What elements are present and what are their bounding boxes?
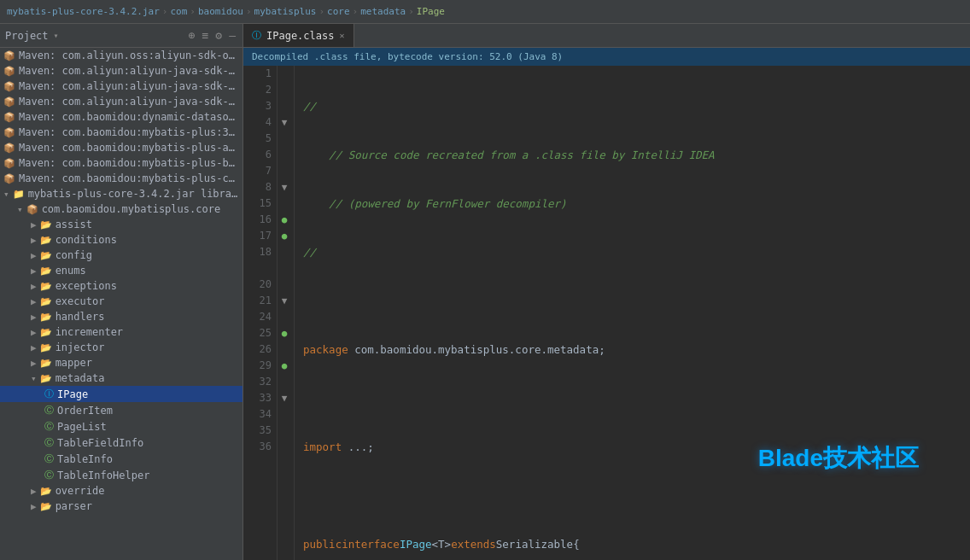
- line-num: 6: [248, 147, 272, 163]
- tree-item-maven1[interactable]: 📦 Maven: com.aliyun.oss:aliyun-sdk-oss:3…: [0, 48, 242, 63]
- tree-item-label: IPage: [57, 388, 88, 400]
- folder-icon: 📂: [40, 281, 52, 292]
- settings-icon[interactable]: ⚙: [213, 28, 224, 43]
- tree-item-label: TableInfoHelper: [57, 470, 149, 481]
- code-area-wrapper[interactable]: Blade技术社区 1 2 3 4 5 6 7 8 15 16 17 18: [243, 66, 970, 560]
- interface-icon: Ⓘ: [44, 388, 54, 400]
- tab-close-button[interactable]: ✕: [339, 31, 344, 40]
- gutter-empty: [278, 163, 291, 179]
- code-line-16: public interface IPage<T> extends Serial…: [303, 536, 970, 552]
- toolbar-icons: ⊕ ≡ ⚙ —: [187, 28, 237, 43]
- jar-icon: 📁: [13, 189, 25, 200]
- tree-item-OrderItem[interactable]: Ⓒ OrderItem: [0, 402, 242, 418]
- collapse-icon[interactable]: ≡: [201, 28, 211, 43]
- folder-icon: 📂: [40, 327, 52, 338]
- tree-item-maven6[interactable]: 📦 Maven: com.baomidou:mybatis-plus:3.4.2: [0, 125, 242, 140]
- tree-item-TableFieldInfo[interactable]: Ⓒ TableFieldInfo: [0, 435, 242, 451]
- breadcrumb-part: core: [327, 6, 350, 17]
- tab-interface-icon: Ⓘ: [252, 29, 261, 42]
- tree-item-maven5[interactable]: 📦 Maven: com.baomidou:dynamic-datasource…: [0, 109, 242, 125]
- project-dropdown-icon[interactable]: ▾: [54, 31, 59, 40]
- tree-item-assist[interactable]: ▶ 📂 assist: [0, 217, 242, 232]
- code-line-6: package com.baomidou.mybatisplus.core.me…: [303, 341, 970, 358]
- tree-item-parser[interactable]: ▶ 📂 parser: [0, 499, 242, 514]
- gutter-fold2: [278, 82, 291, 98]
- package-icon: 📦: [26, 204, 38, 215]
- tree-item-override[interactable]: ▶ 📂 override: [0, 483, 242, 499]
- line-num: 5: [248, 131, 272, 147]
- folder-icon: 📂: [40, 342, 52, 353]
- gutter-fold8[interactable]: ▼: [278, 179, 291, 195]
- maven-icon: 📦: [3, 112, 15, 123]
- gutter-empty: [278, 195, 291, 212]
- gutter-empty: [278, 260, 291, 277]
- tree-item-label: enums: [56, 265, 86, 277]
- tree-item-mapper[interactable]: ▶ 📂 mapper: [0, 355, 242, 370]
- maven-icon: 📦: [3, 143, 15, 154]
- gutter-impl17: ●: [278, 228, 291, 244]
- gutter-empty: [278, 341, 291, 358]
- tree-item-label: Maven: com.baomidou:dynamic-datasource-.…: [19, 111, 239, 123]
- gutter-fold21[interactable]: ▼: [278, 293, 291, 309]
- tree-item-conditions[interactable]: ▶ 📂 conditions: [0, 232, 242, 248]
- minimize-icon[interactable]: —: [227, 28, 237, 43]
- folder-icon: 📂: [40, 501, 52, 512]
- line-num: 17: [248, 228, 272, 244]
- tree-item-handlers[interactable]: ▶ 📂 handlers: [0, 309, 242, 324]
- folder-icon: 📂: [40, 250, 52, 261]
- tree-item-label: assist: [56, 219, 92, 230]
- tree-item-maven9[interactable]: 📦 Maven: com.baomidou:mybatis-plus-core:…: [0, 171, 242, 186]
- tree-item-maven8[interactable]: 📦 Maven: com.baomidou:mybatis-plus-boot-…: [0, 155, 242, 171]
- breadcrumb-part: com: [170, 6, 187, 17]
- tree-item-label: mybatis-plus-core-3.4.2.jar library root: [28, 188, 239, 200]
- maven-icon: 📦: [3, 96, 15, 108]
- tab-ipage[interactable]: Ⓘ IPage.class ✕: [243, 24, 354, 47]
- locate-icon[interactable]: ⊕: [187, 28, 197, 43]
- tree-item-label: config: [56, 249, 92, 261]
- tree-item-maven3[interactable]: 📦 Maven: com.aliyun:aliyun-java-sdk-kms:…: [0, 79, 242, 94]
- tree-item-label: Maven: com.baomidou:mybatis-plus:3.4.2: [19, 126, 239, 138]
- code-area: 1 2 3 4 5 6 7 8 15 16 17 18 20 21 24 2: [243, 66, 970, 560]
- tree-item-maven2[interactable]: 📦 Maven: com.aliyun:aliyun-java-sdk-core…: [0, 63, 242, 79]
- gutter-fold4[interactable]: ▼: [278, 114, 291, 131]
- sidebar-toolbar: Project ▾ ⊕ ≡ ⚙ —: [0, 24, 242, 48]
- tree-item-enums[interactable]: ▶ 📂 enums: [0, 263, 242, 278]
- line-num: 7: [248, 163, 272, 179]
- line-num: 8: [248, 179, 272, 195]
- tab-label: IPage.class: [266, 30, 334, 42]
- tree-item-label: TableInfo: [57, 453, 113, 465]
- folder-open-icon: 📂: [40, 373, 52, 384]
- tree-item-label: PageList: [57, 421, 107, 433]
- gutter-empty: [278, 374, 291, 390]
- tree-item-PageList[interactable]: Ⓒ PageList: [0, 418, 242, 435]
- gutter-empty: [278, 439, 291, 455]
- gutter-fold1: [278, 66, 291, 82]
- line-num: 15: [248, 195, 272, 212]
- tree-item-incrementer[interactable]: ▶ 📂 incrementer: [0, 324, 242, 340]
- line-num: 4: [248, 114, 272, 131]
- arrow-icon: ▶: [31, 501, 37, 512]
- folder-icon: 📂: [40, 296, 52, 307]
- breadcrumb: mybatis-plus-core-3.4.2.jar › com › baom…: [7, 6, 445, 17]
- tree-item-executor[interactable]: ▶ 📂 executor: [0, 294, 242, 309]
- tree-item-IPage[interactable]: Ⓘ IPage: [0, 386, 242, 402]
- breadcrumb-part: mybatisplus: [254, 6, 317, 17]
- tree-item-metadata[interactable]: ▾ 📂 metadata: [0, 370, 242, 386]
- gutter-fold33[interactable]: ▼: [278, 390, 291, 406]
- tree-item-config[interactable]: ▶ 📂 config: [0, 248, 242, 263]
- gutter-empty: [278, 423, 291, 439]
- gutter-empty: [278, 131, 291, 147]
- code-line-2: // Source code recreated from a .class f…: [303, 147, 970, 163]
- tree-item-label: conditions: [56, 234, 117, 246]
- folder-icon: 📂: [40, 265, 52, 277]
- tree-item-package[interactable]: ▾ 📦 com.baomidou.mybatisplus.core: [0, 201, 242, 217]
- line-num: 16: [248, 212, 272, 228]
- tree-item-TableInfoHelper[interactable]: Ⓒ TableInfoHelper: [0, 467, 242, 483]
- tree-item-TableInfo[interactable]: Ⓒ TableInfo: [0, 451, 242, 467]
- tree-item-jar[interactable]: ▾ 📁 mybatis-plus-core-3.4.2.jar library …: [0, 186, 242, 201]
- code-line-3: // (powered by FernFlower decompiler): [303, 195, 970, 212]
- tree-item-injector[interactable]: ▶ 📂 injector: [0, 340, 242, 355]
- tree-item-exceptions[interactable]: ▶ 📂 exceptions: [0, 278, 242, 294]
- tree-item-maven7[interactable]: 📦 Maven: com.baomidou:mybatis-plus-annot…: [0, 140, 242, 155]
- tree-item-maven4[interactable]: 📦 Maven: com.aliyun:aliyun-java-sdk-ram:…: [0, 94, 242, 109]
